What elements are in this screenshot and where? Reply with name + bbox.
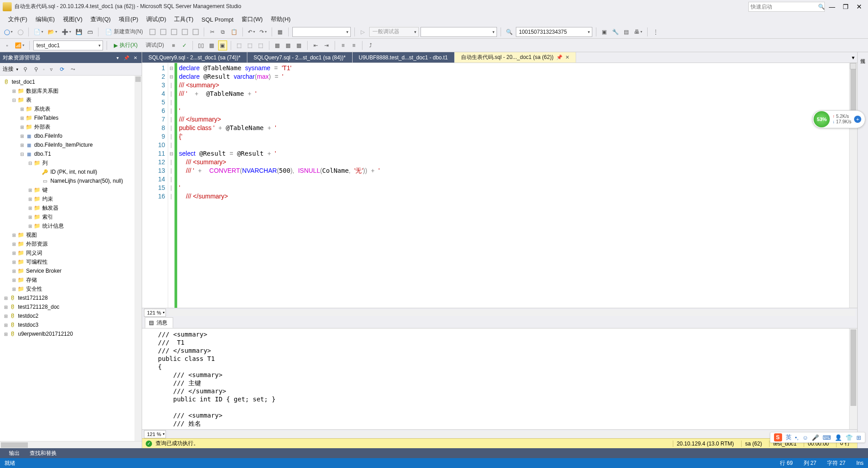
ext-btn-2[interactable]: ▤ [622,27,631,37]
menu-query[interactable]: 查询(Q) [87,14,114,25]
find-combo[interactable]: 1001507313234375▾ [516,27,592,37]
tree-toggle-icon[interactable]: ⊞ [3,314,9,319]
tree-toggle-icon[interactable]: ⊞ [19,134,25,139]
tabs-overflow-icon[interactable]: ▾ [849,52,857,63]
undo-button[interactable]: ↶ [246,27,256,37]
messages-vscroll[interactable] [849,328,857,429]
tb2-i3[interactable]: ▣ [218,40,227,50]
database-combo[interactable]: test_doc1▾ [33,40,103,50]
grid-button[interactable]: ▦ [276,27,285,37]
tree-toggle-icon[interactable]: ⊞ [11,278,17,283]
tree-row[interactable]: ⊞📁安全性 [0,284,142,293]
solution-combo[interactable]: ▾ [292,27,351,37]
messages-text[interactable]: /// <summary> /// T1 /// </summary> publ… [142,328,849,429]
editor-vscroll[interactable] [849,63,857,308]
tree-toggle-icon[interactable]: ⊞ [19,107,25,112]
activity-icon[interactable]: ⤳ [69,65,77,73]
nav-fwd-button[interactable]: ◯ [16,27,25,37]
tree-row[interactable]: ⊞📁统计信息 [0,221,142,230]
tree-row[interactable]: ⊞📁外部表 [0,122,142,131]
tree-toggle-icon[interactable]: ⊞ [11,242,17,247]
code-editor[interactable]: 12345678910111213141516 ⊟⊟││││││││⊟│││││… [142,63,857,308]
menu-window[interactable]: 窗口(W) [238,14,266,25]
scroll-thumb[interactable] [1,442,28,448]
output-tab[interactable]: 输出 [4,449,24,458]
tb2-i9[interactable]: ▦ [295,40,304,50]
tree-db[interactable]: ⊞🛢testdoc3 [0,320,142,329]
paste-button[interactable]: 📋 [229,27,239,37]
tree-row[interactable]: ⊞📁键 [0,185,142,194]
quick-launch-input[interactable] [751,4,818,10]
ime-punct-icon[interactable]: •, [795,434,799,441]
menu-debug[interactable]: 调试(D) [143,14,170,25]
filter3-icon[interactable]: ▿ [47,65,55,73]
explorer-tree[interactable]: 🛢 test_doc1 ⊞📁数据库关系图⊟📁表⊞📁系统表⊞📁FileTables… [0,76,142,441]
tree-toggle-icon[interactable]: ⊞ [11,251,17,256]
tree-row[interactable]: ⊞📁外部资源 [0,239,142,248]
tree-toggle-icon[interactable]: ⊞ [3,323,9,328]
tb2-i2[interactable]: ▦ [207,40,216,50]
tree-toggle-icon[interactable]: ⊞ [19,143,25,148]
add-item-button[interactable]: ➕ [60,27,72,37]
tree-row[interactable]: ⊞📁存储 [0,275,142,284]
new-query-button[interactable]: 📄 新建查询(N) [102,27,146,37]
menu-file[interactable]: 文件(F) [4,14,31,25]
pin-icon[interactable]: 📌 [556,54,563,60]
tree-vscroll[interactable] [134,76,142,441]
ext-btn-1[interactable]: ▣ [600,27,609,37]
tb2-i4[interactable]: ⬚ [235,40,244,50]
scroll-up-icon[interactable] [135,76,141,82]
tb2-btn-1[interactable]: ▫ [3,40,12,50]
minimize-button[interactable]: — [826,2,838,12]
tab-3[interactable]: 自动生表代码.sql - 20..._doc1 (sa (62)) 📌 ✕ [455,52,576,63]
tree-hscroll[interactable] [0,441,142,448]
tree-toggle-icon[interactable]: ⊞ [27,197,33,202]
tree-db[interactable]: ⊞🛢test1721128 [0,293,142,302]
tree-row[interactable]: ⊞📁FileTables [0,113,142,122]
tree-row[interactable]: ⊟▦dbo.T1 [0,149,142,158]
tree-toggle-icon[interactable]: ⊞ [27,224,33,229]
tree-row[interactable]: 🔑ID (PK, int, not null) [0,167,142,176]
fold-column[interactable]: ⊟⊟││││││││⊟│││││ [168,63,174,308]
tree-db[interactable]: ⊞🛢test1721128_doc [0,302,142,311]
menu-view[interactable]: 视图(V) [59,14,86,25]
de-btn-3[interactable] [170,27,179,37]
split-icon[interactable] [850,63,856,69]
tab-2[interactable]: U9UBF8888.test_d...st_doc1 - dbo.t1 [353,52,455,63]
menu-tools[interactable]: 工具(T) [170,14,197,25]
tree-toggle-icon[interactable]: ⊞ [19,116,25,121]
execute-button[interactable]: ▶ 执行(X) [111,40,141,50]
de-btn-2[interactable] [159,27,168,37]
expand-icon[interactable]: + [854,116,861,123]
tree-db[interactable]: ⊞🛢testdoc2 [0,311,142,320]
de-btn-4[interactable] [180,27,189,37]
tree-row[interactable]: ⊞📁触发器 [0,203,142,212]
ime-toolbar[interactable]: S 英 •, ☺ 🎤 ⌨ 👤 👕 ⊞ [770,432,865,443]
tree-toggle-icon[interactable]: ⊞ [11,89,17,94]
tb2-i12[interactable]: ≡ [339,40,348,50]
more-icon[interactable]: ⋮ [651,27,660,37]
tree-row[interactable]: ⊞📁数据库关系图 [0,86,142,95]
find-replace-tab[interactable]: 查找和替换 [25,449,61,458]
panel-close-icon[interactable]: ✕ [132,54,139,61]
editor-hscroll[interactable] [169,310,855,316]
messages-hscroll[interactable] [169,431,855,437]
menu-project[interactable]: 项目(P) [115,14,142,25]
tree-toggle-icon[interactable]: ⊞ [11,233,17,238]
tab-close-icon[interactable]: ✕ [565,54,569,60]
tree-row[interactable]: ⊞📁系统表 [0,104,142,113]
tree-toggle-icon[interactable]: ⊞ [11,287,17,292]
tree-row[interactable]: ⊞📁可编程性 [0,257,142,266]
parse-button[interactable]: ✓ [180,40,189,50]
copy-button[interactable]: ⧉ [219,27,228,37]
code-content[interactable]: declare @TableName sysname = 'T1' declar… [177,63,849,308]
tree-db-root[interactable]: 🛢 test_doc1 [0,77,142,86]
find-button[interactable]: 🔍 [505,27,514,37]
scroll-thumb[interactable] [850,329,856,406]
debugger-combo[interactable]: 一般调试器▾ [369,27,419,37]
tree-toggle-icon[interactable]: ⊞ [27,206,33,211]
quick-launch-box[interactable]: 🔍 [748,2,825,12]
ime-keyboard-icon[interactable]: ⌨ [823,434,831,441]
tree-toggle-icon[interactable]: ⊞ [27,188,33,193]
tb2-i13[interactable]: ≡ [349,40,358,50]
